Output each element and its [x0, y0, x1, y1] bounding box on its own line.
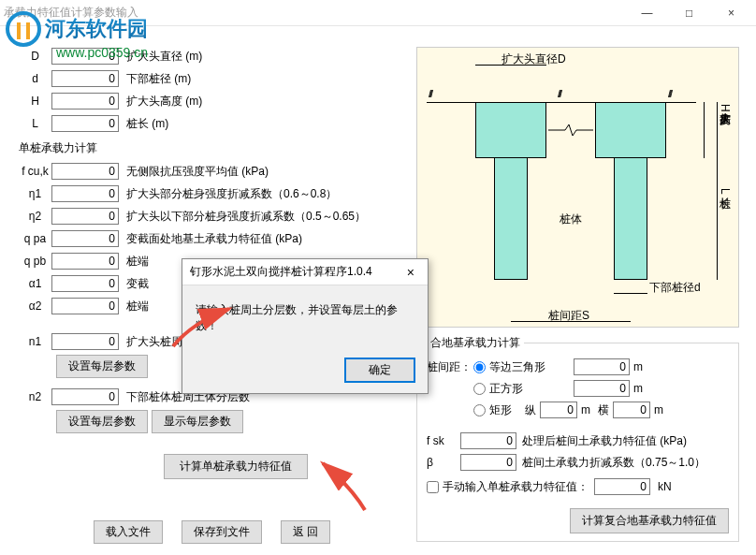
desc-L: 桩长 (m): [126, 116, 168, 132]
single-pile-title: 单桩承载力计算: [19, 140, 393, 156]
dia-d-label: 下部桩径d: [649, 280, 701, 296]
input-a1[interactable]: [51, 275, 119, 292]
dia-H-label: 扩大头高度H: [717, 104, 733, 112]
calc-composite-button[interactable]: 计算复合地基承载力特征值: [570, 508, 729, 533]
radio-rect[interactable]: [473, 404, 486, 416]
label-qpa: q pa: [19, 232, 51, 245]
composite-legend: 合地基承载力计算: [427, 335, 524, 351]
desc-n1: 扩大头桩周: [126, 334, 182, 350]
calc-single-pile-button[interactable]: 计算单桩承载力特征值: [164, 454, 308, 479]
input-eta2[interactable]: [51, 208, 119, 225]
label-a2: α2: [19, 299, 51, 313]
input-qpa[interactable]: [51, 230, 119, 247]
manual-input-checkbox[interactable]: [427, 481, 439, 493]
spacing-label: 桩间距：: [427, 359, 473, 375]
desc-qpb: 桩端: [126, 254, 149, 270]
desc-fsk: 处理后桩间土承载力特征值 (kPa): [522, 433, 687, 449]
label-n1: n1: [19, 335, 51, 348]
label-eta2: η2: [19, 210, 51, 223]
close-button[interactable]: ×: [710, 0, 752, 26]
minimize-button[interactable]: —: [626, 0, 668, 26]
label-fsk: f sk: [427, 434, 460, 447]
input-rect-h[interactable]: [613, 402, 650, 418]
input-fsk[interactable]: [460, 432, 516, 449]
input-square-spacing[interactable]: [574, 380, 630, 397]
load-file-button[interactable]: 载入文件: [94, 520, 163, 544]
logo: 河东软件园: [6, 11, 148, 47]
radio-triangle-label: 等边三角形: [489, 359, 574, 375]
show-layer-params-n2[interactable]: 显示每层参数: [152, 410, 243, 433]
manual-unit: kN: [658, 480, 672, 493]
save-file-button[interactable]: 保存到文件: [182, 520, 262, 544]
label-fcuk: f cu,k: [19, 165, 51, 178]
set-layer-params-n2[interactable]: 设置每层参数: [56, 410, 148, 433]
label-a1: α1: [19, 277, 51, 290]
input-qpb[interactable]: [51, 253, 119, 270]
logo-icon: [6, 11, 41, 47]
radio-triangle[interactable]: [473, 361, 486, 373]
radio-rect-label: 矩形: [489, 402, 525, 418]
input-manual-value[interactable]: [594, 478, 650, 495]
set-layer-params-n1[interactable]: 设置每层参数: [56, 355, 148, 378]
logo-url: www.pc0359.cn: [56, 45, 148, 60]
input-a2[interactable]: [51, 298, 119, 314]
input-H[interactable]: [51, 93, 119, 110]
dia-L-label: 桩长L: [717, 188, 733, 195]
maximize-button[interactable]: □: [668, 0, 710, 26]
desc-fcuk: 无侧限抗压强度平均值 (kPa): [126, 164, 269, 180]
dialog-message: 请输入桩周土分层数，并设置每层土的参数！: [182, 285, 428, 351]
dialog-close-button[interactable]: ×: [401, 265, 420, 280]
input-tri-spacing[interactable]: [574, 358, 630, 375]
label-L: L: [19, 117, 51, 130]
input-eta1[interactable]: [51, 185, 119, 202]
dia-body-label: 桩体: [560, 212, 582, 227]
label-qpb: q pb: [19, 255, 51, 268]
radio-square-label: 正方形: [489, 381, 574, 397]
message-dialog: 钉形水泥土双向搅拌桩计算程序1.0.4 × 请输入桩周土分层数，并设置每层土的参…: [182, 258, 429, 394]
desc-H: 扩大头高度 (m): [126, 94, 202, 110]
label-beta: β: [427, 456, 460, 469]
manual-input-label: 手动输入单桩承载力特征值：: [443, 479, 589, 495]
desc-qpa: 变截面处地基土承载力特征值 (kPa): [126, 231, 302, 247]
label-H: H: [19, 95, 51, 108]
input-n2[interactable]: [51, 388, 119, 405]
input-L[interactable]: [51, 115, 119, 132]
desc-eta2: 扩大头以下部分桩身强度折减系数（0.5～0.65）: [126, 209, 366, 225]
desc-a1: 变截: [126, 276, 149, 292]
input-n1[interactable]: [51, 333, 119, 350]
logo-text: 河东软件园: [45, 15, 148, 43]
input-fcuk[interactable]: [51, 163, 119, 180]
dialog-ok-button[interactable]: 确定: [345, 358, 414, 382]
label-D: D: [19, 50, 51, 63]
input-rect-v[interactable]: [540, 402, 577, 418]
desc-a2: 桩端: [126, 299, 149, 314]
label-n2: n2: [19, 390, 51, 403]
composite-fieldset: 合地基承载力计算 桩间距： 等边三角形 m 正方形 m 矩形 纵m 横m f s…: [416, 335, 739, 542]
pile-diagram: 扩大头直径D //// //// //// 桩体 下部桩径d 桩间距S 扩大头高…: [416, 47, 739, 328]
back-button[interactable]: 返 回: [281, 520, 330, 544]
desc-eta1: 扩大头部分桩身强度折减系数（0.6～0.8）: [126, 186, 337, 202]
label-eta1: η1: [19, 187, 51, 200]
dialog-title: 钉形水泥土双向搅拌桩计算程序1.0.4: [190, 264, 401, 280]
desc-beta: 桩间土承载力折减系数（0.75～1.0）: [522, 455, 705, 471]
radio-square[interactable]: [473, 383, 486, 395]
desc-d: 下部桩径 (m): [126, 71, 191, 87]
input-d[interactable]: [51, 70, 119, 87]
input-beta[interactable]: [460, 454, 516, 471]
label-d: d: [19, 72, 51, 85]
